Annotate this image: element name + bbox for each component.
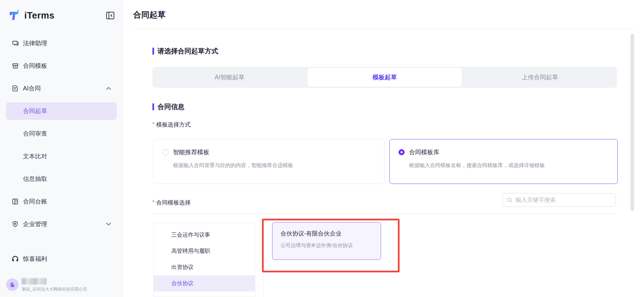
collapse-sidebar-button[interactable] bbox=[105, 10, 116, 21]
user-meta: 测试_深圳法大大网络科技有限公司 bbox=[22, 278, 87, 292]
app-name: iTerms bbox=[24, 10, 55, 21]
tab-ai-smart-draft[interactable]: AI智能起草 bbox=[152, 67, 306, 88]
section-accent-bar bbox=[152, 48, 154, 55]
avatar bbox=[6, 278, 19, 291]
template-card-partnership-agreement[interactable]: 合伙协议-有限合伙企业 公司治理与资本运作类/合伙协议 bbox=[272, 222, 381, 260]
option-description: 根据输入合同背景与目的的内容，智能推荐合适模板 bbox=[173, 162, 384, 169]
sidebar-item-label: 法律助理 bbox=[23, 39, 47, 47]
option-card-smart-recommend[interactable]: 智能推荐模板 根据输入合同背景与目的的内容，智能推荐合适模板 bbox=[153, 139, 384, 184]
section-accent-bar bbox=[152, 103, 154, 110]
main-content: 合同起草 请选择合同起草方式 AI智能起草 模板起草 上传合同起草 合同信息 *… bbox=[123, 0, 644, 297]
page-title: 合同起草 bbox=[133, 9, 166, 20]
user-name-redacted bbox=[22, 278, 47, 285]
logo-icon bbox=[7, 9, 21, 22]
headphones-icon bbox=[11, 255, 19, 263]
user-company: 测试_深圳法大大网络科技有限公司 bbox=[22, 287, 87, 292]
sidebar-nav: 法律助理 合同模板 bbox=[0, 31, 123, 238]
ledger-icon bbox=[11, 198, 19, 205]
chevron-down-icon bbox=[106, 221, 111, 227]
template-card-title: 合伙协议-有限合伙企业 bbox=[281, 230, 381, 238]
sidebar-item-label: 信息抽取 bbox=[23, 175, 47, 183]
sidebar-item-contract-ledger[interactable]: 合同台账 bbox=[6, 193, 117, 210]
sidebar-item-label: 合同台账 bbox=[23, 197, 47, 206]
header-divider bbox=[131, 29, 635, 29]
sidebar-item-enterprise-management[interactable]: 企业管理 bbox=[6, 215, 117, 233]
template-category-list: 三会运作与议事 高管聘用与履职 出资协议 合伙协议 bbox=[153, 223, 255, 297]
sidebar-item-label: 合同模板 bbox=[23, 62, 47, 70]
pane-separator bbox=[263, 223, 264, 297]
content-divider bbox=[152, 214, 616, 214]
option-description: 根据输入合同模板名称，搜索合同模板库，或选择详细模板 bbox=[409, 162, 617, 169]
option-card-template-library[interactable]: 合同模板库 根据输入合同模板名称，搜索合同模板库，或选择详细模板 bbox=[389, 139, 618, 184]
tab-template-draft[interactable]: 模板起草 bbox=[308, 68, 462, 87]
radio-unselected-icon[interactable] bbox=[163, 149, 169, 155]
vertical-scrollbar[interactable] bbox=[631, 34, 634, 211]
sidebar-item-legal-assistant[interactable]: 法律助理 bbox=[6, 34, 117, 52]
sidebar-item-label: 合同起草 bbox=[23, 107, 47, 115]
sidebar-item-contract-templates[interactable]: 合同模板 bbox=[6, 57, 117, 75]
building-icon bbox=[9, 282, 16, 288]
sidebar-item-label: 惊喜福利 bbox=[23, 255, 47, 263]
sidebar-item-contract-review[interactable]: 合同审查 bbox=[6, 125, 117, 142]
app-root: iTerms 法律助理 bbox=[0, 0, 644, 297]
sidebar-item-label: 文本比对 bbox=[23, 152, 47, 160]
field-label-template-select: *合同模板选择 bbox=[152, 199, 191, 207]
chevron-up-icon bbox=[106, 85, 111, 91]
sidebar-item-contract-drafting[interactable]: 合同起草 bbox=[6, 102, 117, 120]
sidebar-item-ai-contract[interactable]: AI合同 bbox=[6, 80, 117, 97]
section-title-contract-info: 合同信息 bbox=[152, 102, 184, 111]
sidebar: iTerms 法律助理 bbox=[0, 0, 123, 297]
search-icon bbox=[507, 197, 513, 203]
sidebar-item-benefits[interactable]: 惊喜福利 bbox=[6, 250, 117, 268]
category-item[interactable]: 高管聘用与履职 bbox=[154, 243, 255, 259]
template-search-box bbox=[502, 193, 616, 207]
category-item[interactable]: 三会运作与议事 bbox=[154, 227, 255, 243]
collapse-sidebar-icon bbox=[105, 10, 115, 21]
required-asterisk: * bbox=[152, 122, 154, 127]
radio-selected-icon[interactable] bbox=[399, 149, 405, 155]
field-label-template-mode: *模板选择方式 bbox=[152, 121, 191, 129]
sidebar-footer: 惊喜福利 测试_深圳法大大网络科技有限公司 bbox=[0, 250, 123, 297]
document-icon bbox=[11, 85, 19, 92]
sidebar-item-label: 合同审查 bbox=[23, 130, 47, 138]
section-title-draft-mode: 请选择合同起草方式 bbox=[152, 47, 218, 56]
app-logo: iTerms bbox=[7, 9, 55, 22]
draft-mode-tabs: AI智能起草 模板起草 上传合同起草 bbox=[152, 67, 617, 88]
tab-upload-contract-draft[interactable]: 上传合同起草 bbox=[463, 67, 617, 88]
sidebar-item-label: 企业管理 bbox=[23, 220, 47, 228]
category-item-active[interactable]: 合伙协议 bbox=[154, 275, 255, 292]
sidebar-item-label: AI合同 bbox=[23, 84, 41, 92]
required-asterisk: * bbox=[152, 199, 154, 205]
chat-icon bbox=[11, 39, 19, 47]
sidebar-item-info-extraction[interactable]: 信息抽取 bbox=[6, 170, 117, 188]
template-search-input[interactable] bbox=[516, 197, 612, 204]
template-card-category-path: 公司治理与资本运作类/合伙协议 bbox=[281, 242, 381, 249]
archive-icon bbox=[11, 62, 19, 70]
user-account[interactable]: 测试_深圳法大大网络科技有限公司 bbox=[0, 278, 123, 297]
category-item[interactable]: 出资协议 bbox=[154, 259, 255, 275]
shield-icon bbox=[11, 220, 19, 228]
sidebar-item-text-compare[interactable]: 文本比对 bbox=[6, 147, 117, 165]
